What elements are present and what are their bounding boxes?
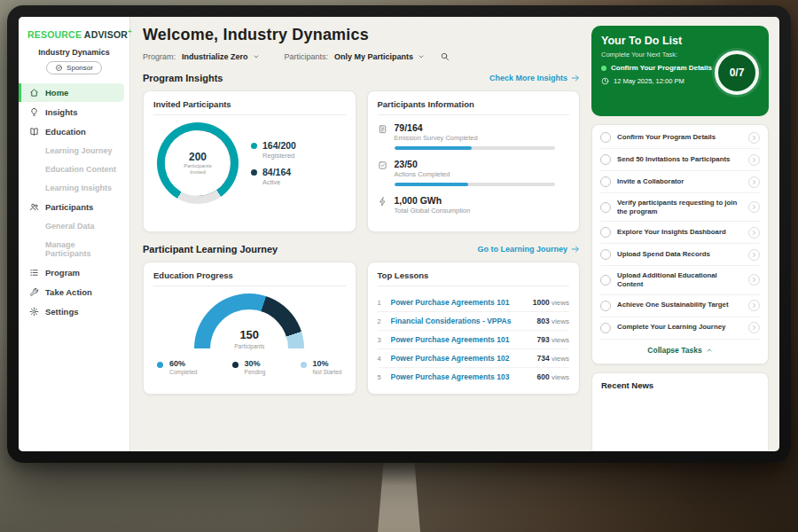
lesson-views: 803 views <box>537 317 569 325</box>
chevron-right-icon[interactable] <box>748 322 760 333</box>
sidebar-item-learning-journey[interactable]: Learning Journey <box>19 142 129 160</box>
task-row: Complete Your Learning Journey <box>600 317 760 340</box>
check-more-insights-link[interactable]: Check More Insights <box>489 74 580 82</box>
sidebar-item-label: Settings <box>45 307 78 317</box>
task-row: Explore Your Insights Dashboard <box>600 222 760 244</box>
views-unit: views <box>552 299 569 307</box>
task-checkbox[interactable] <box>600 249 611 260</box>
sidebar-item-participants[interactable]: Participants <box>19 198 129 216</box>
legend-item: 10% Not Started <box>301 359 342 375</box>
task-label: Upload Spend Data Records <box>617 250 742 259</box>
lesson-link[interactable]: Power Purchase Agreements 101 <box>391 298 528 307</box>
todo-progress-value: 0/7 <box>730 66 745 79</box>
legend-dot <box>232 362 239 368</box>
lesson-row: 3 Power Purchase Agreements 101 793 view… <box>378 331 570 349</box>
lesson-link[interactable]: Financial Considerations - VPPAs <box>391 317 532 325</box>
arrow-right-icon <box>571 245 580 254</box>
right-panel: Your To Do List Complete Your Next Task:… <box>591 17 779 451</box>
task-label: Confirm Your Program Details <box>617 133 742 142</box>
sidebar-item-learning-insights[interactable]: Learning Insights <box>19 179 129 197</box>
progress-track <box>395 183 556 186</box>
progress-fill <box>395 146 472 150</box>
task-checkbox[interactable] <box>600 176 611 187</box>
sponsor-badge[interactable]: Sponsor <box>46 61 102 74</box>
chevron-right-icon[interactable] <box>748 154 760 166</box>
progress-fill <box>395 183 469 186</box>
lesson-views: 1000 views <box>533 298 569 307</box>
lesson-row: 4 Power Purchase Agreements 102 734 view… <box>378 349 570 368</box>
sidebar-item-label: Learning Insights <box>45 184 112 192</box>
lesson-views: 793 views <box>537 335 569 344</box>
task-label: Verify participants requesting to join t… <box>617 199 742 216</box>
participants-select-value: Only My Participants <box>334 52 413 61</box>
top-lessons-card: Top Lessons 1 Power Purchase Agreements … <box>367 262 581 395</box>
participants-select[interactable]: Only My Participants <box>334 52 425 61</box>
task-label: Complete Your Learning Journey <box>617 323 742 332</box>
lesson-rank: 2 <box>378 317 386 325</box>
task-checkbox[interactable] <box>600 202 611 213</box>
chevron-right-icon[interactable] <box>748 249 760 261</box>
chevron-right-icon[interactable] <box>748 201 760 213</box>
card-title: Top Lessons <box>378 270 570 286</box>
chevron-right-icon[interactable] <box>748 176 760 188</box>
main-content: Welcome, Industry Dynamics Program: Indu… <box>130 17 591 451</box>
views-count: 803 <box>537 317 550 325</box>
participants-information-card: Participants Information 79/164 Emission… <box>367 90 581 232</box>
chevron-right-icon[interactable] <box>748 132 760 144</box>
sidebar-item-general-data[interactable]: General Data <box>19 217 129 235</box>
chevron-right-icon[interactable] <box>748 274 760 286</box>
legend-value: 164/200 <box>262 140 296 151</box>
learning-journey-title: Participant Learning Journey <box>143 244 278 254</box>
search-icon[interactable] <box>440 51 450 61</box>
task-checkbox[interactable] <box>600 275 611 286</box>
task-checkbox[interactable] <box>600 132 611 143</box>
lesson-link[interactable]: Power Purchase Agreements 103 <box>391 372 532 381</box>
sidebar-item-manage-participants[interactable]: Manage Participants <box>19 236 129 262</box>
info-value: 1,000 GWh <box>395 195 570 206</box>
sidebar-item-education[interactable]: Education <box>19 122 129 141</box>
views-unit: views <box>552 355 569 363</box>
chevron-right-icon[interactable] <box>748 300 760 311</box>
sidebar-item-education-content[interactable]: Education Content <box>19 160 129 178</box>
gauge-center: 150 Participants <box>194 329 304 350</box>
sidebar-item-settings[interactable]: Settings <box>19 302 129 321</box>
home-icon <box>29 88 39 98</box>
collapse-tasks-button[interactable]: Collapse Tasks <box>600 340 760 362</box>
link-label: Check More Insights <box>489 74 567 82</box>
task-label: Explore Your Insights Dashboard <box>617 228 742 237</box>
sidebar-item-program[interactable]: Program <box>19 263 129 282</box>
check-square-icon <box>378 160 387 186</box>
sidebar-item-label: Learning Journey <box>45 146 113 155</box>
sidebar-item-label: Participants <box>45 202 93 212</box>
info-label: Total Global Consumption <box>395 207 570 215</box>
task-row: Achieve One Sustainability Target <box>600 295 760 317</box>
sidebar-item-take-action[interactable]: Take Action <box>19 283 129 301</box>
lesson-row: 1 Power Purchase Agreements 101 1000 vie… <box>378 293 570 312</box>
legend-dot <box>251 143 257 149</box>
gauge-legend: 60% Completed 30% Pending 10% Not Starte… <box>153 359 346 375</box>
legend-item: 30% Pending <box>232 359 266 375</box>
views-unit: views <box>552 336 569 344</box>
card-title: Education Progress <box>153 270 346 286</box>
chevron-right-icon[interactable] <box>748 227 760 239</box>
todo-card: Your To Do List Complete Your Next Task:… <box>591 26 769 116</box>
invited-participants-card: Invited Participants 200 Participants In… <box>143 90 356 232</box>
go-to-learning-journey-link[interactable]: Go to Learning Journey <box>477 245 580 254</box>
sidebar-item-home[interactable]: Home <box>19 83 124 102</box>
lesson-link[interactable]: Power Purchase Agreements 102 <box>391 354 532 363</box>
program-select-value: Industrialize Zero <box>182 52 248 61</box>
task-checkbox[interactable] <box>600 301 611 311</box>
task-checkbox[interactable] <box>600 227 611 238</box>
sidebar-item-insights[interactable]: Insights <box>19 103 129 121</box>
education-gauge-chart: 150 Participants <box>194 293 304 350</box>
task-checkbox[interactable] <box>600 323 611 333</box>
sponsor-check-icon <box>55 64 63 72</box>
sidebar-item-label: Take Action <box>45 287 92 297</box>
sidebar: RESOURCE ADVISOR+ Industry Dynamics Spon… <box>19 17 130 451</box>
sidebar-item-label: Insights <box>45 107 77 117</box>
program-select[interactable]: Industrialize Zero <box>182 52 260 61</box>
sidebar-item-label: Home <box>45 88 68 98</box>
task-checkbox[interactable] <box>600 154 611 165</box>
card-title: Participants Information <box>378 99 570 115</box>
lesson-link[interactable]: Power Purchase Agreements 101 <box>391 335 532 344</box>
